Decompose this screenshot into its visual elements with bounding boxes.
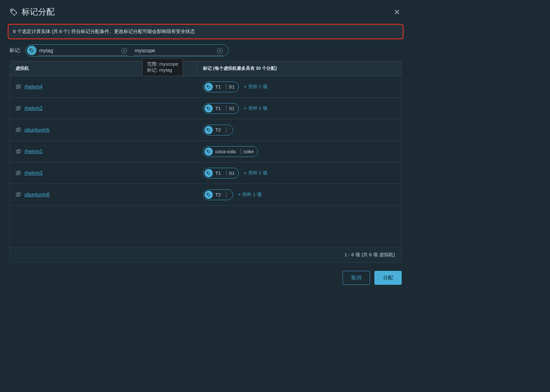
cell-tags: coca-cola coke <box>197 146 401 157</box>
svg-point-7 <box>207 107 208 108</box>
dialog-header: 标记分配 <box>0 0 411 21</box>
tag-chip-text: mytag <box>39 48 119 54</box>
dialog-title-wrap: 标记分配 <box>10 6 55 17</box>
svg-rect-11 <box>16 150 19 153</box>
tag-input[interactable]: mytag myscope <box>25 44 229 56</box>
svg-rect-18 <box>17 193 20 195</box>
cell-tags: T1 S1 + 另外 1 项 <box>197 82 401 92</box>
cancel-button[interactable]: 取消 <box>343 271 370 285</box>
tag-chip-divider <box>226 192 226 198</box>
info-banner: 6 个选定计算实体 (共 6 个) 符合标记分配条件。更改标记分配可能会影响现有… <box>8 24 404 39</box>
tag-chip-a: coca-cola <box>215 149 238 154</box>
table-row: rhelvm1 coca-cola coke <box>10 141 401 162</box>
tag-chip[interactable]: coca-cola coke <box>203 146 258 157</box>
tag-icon <box>205 104 213 113</box>
tag-chip-a: T1 <box>215 84 224 89</box>
cell-vm: rhelvm4 <box>10 84 197 90</box>
tag-chip[interactable]: T2 <box>203 189 233 200</box>
cell-tags: T1 S1 + 另外 1 项 <box>197 103 401 114</box>
svg-point-0 <box>12 10 13 11</box>
tag-more-link[interactable]: + 另外 1 项 <box>244 105 268 111</box>
tag-icon <box>205 83 213 91</box>
tag-more-link[interactable]: + 另外 1 项 <box>244 84 268 90</box>
tag-icon <box>205 169 213 177</box>
svg-rect-15 <box>17 171 20 174</box>
svg-rect-2 <box>16 86 19 88</box>
tag-chip-a: T1 <box>215 106 224 111</box>
dialog-title: 标记分配 <box>22 6 55 17</box>
svg-rect-12 <box>17 149 20 152</box>
tooltip-tag: 标记: mytag <box>147 67 178 73</box>
vm-icon <box>16 84 21 90</box>
tag-chip[interactable]: T1 S1 <box>203 103 239 114</box>
svg-point-4 <box>207 86 208 86</box>
cell-tags: T2 + 另外 1 项 <box>197 189 401 200</box>
tag-input-label: 标记: <box>10 47 21 54</box>
cell-tags: T2 <box>197 125 401 135</box>
tag-chip-a: T2 <box>215 127 224 133</box>
tag-chip-b: S1 <box>229 170 237 176</box>
tag-chip-text: myscope <box>135 48 214 54</box>
svg-rect-5 <box>16 107 19 110</box>
vm-link[interactable]: rhelvm1 <box>24 149 43 154</box>
table-row: rhelvm4 T1 S1 + 另外 1 项 <box>10 76 401 98</box>
tag-chip-a: T1 <box>215 170 224 176</box>
tag-chip-divider <box>241 149 241 154</box>
tag-chip[interactable]: T2 <box>203 125 233 135</box>
svg-rect-17 <box>16 193 19 196</box>
svg-rect-14 <box>16 172 19 175</box>
tag-input-row: 标记: mytag myscope <box>0 44 411 61</box>
vm-link[interactable]: ubuntuvm6 <box>24 192 50 198</box>
table-header: 虚拟机 标记 (每个虚拟机最多具有 30 个分配) <box>10 61 401 76</box>
tag-chip-a: T2 <box>215 192 224 197</box>
svg-rect-3 <box>17 85 20 88</box>
vm-icon <box>16 127 21 133</box>
svg-point-16 <box>207 172 208 173</box>
vm-link[interactable]: rhelvm2 <box>24 106 43 111</box>
tag-chip-b: S1 <box>229 84 237 89</box>
table-row: rhelvm3 T1 S1 + 另外 1 项 <box>10 162 401 184</box>
tag-chip-myscope[interactable]: myscope <box>134 46 223 56</box>
vm-link[interactable]: rhelvm4 <box>24 84 43 90</box>
vm-link[interactable]: rhelvm3 <box>24 170 43 176</box>
svg-rect-6 <box>17 106 20 109</box>
tag-assign-dialog: 标记分配 6 个选定计算实体 (共 6 个) 符合标记分配条件。更改标记分配可能… <box>0 0 411 293</box>
tag-chip-b: coke <box>244 149 256 154</box>
close-icon[interactable] <box>392 7 402 17</box>
table-row: ubuntuvm5 T2 <box>10 119 401 141</box>
vm-icon <box>16 170 21 176</box>
cell-tags: T1 S1 + 另外 1 项 <box>197 168 401 179</box>
svg-point-13 <box>207 150 208 151</box>
vm-icon <box>16 106 21 111</box>
tag-icon <box>205 147 213 156</box>
tag-more-link[interactable]: + 另外 1 项 <box>244 170 268 176</box>
tag-chip-divider <box>226 170 226 176</box>
tag-chip-mytag[interactable]: mytag <box>38 46 128 56</box>
table-body: rhelvm4 T1 S1 + 另外 1 项 <box>10 76 401 247</box>
table-row: ubuntuvm6 T2 + 另外 1 项 <box>10 184 401 206</box>
svg-rect-8 <box>16 129 19 132</box>
tag-icon <box>205 126 213 134</box>
tag-chip[interactable]: T1 S1 <box>203 168 239 179</box>
tag-icon <box>205 191 213 199</box>
clear-icon[interactable] <box>121 48 127 54</box>
vm-link[interactable]: ubuntuvm5 <box>24 127 50 133</box>
tag-icon <box>27 46 37 55</box>
vm-icon <box>16 192 21 198</box>
clear-icon[interactable] <box>217 48 223 54</box>
header-tags: 标记 (每个虚拟机最多具有 30 个分配) <box>197 61 401 76</box>
tag-icon <box>10 8 18 16</box>
vm-table: 虚拟机 标记 (每个虚拟机最多具有 30 个分配) rhelvm4 <box>10 61 402 263</box>
svg-point-1 <box>30 49 31 50</box>
cell-vm: rhelvm2 <box>10 106 197 111</box>
tag-chip-divider <box>226 84 226 90</box>
cell-vm: ubuntuvm6 <box>10 192 197 198</box>
svg-rect-9 <box>17 128 20 131</box>
assign-button[interactable]: 分配 <box>374 271 402 285</box>
cell-vm: rhelvm3 <box>10 170 197 176</box>
tag-chip[interactable]: T1 S1 <box>203 82 239 92</box>
content-area: 虚拟机 标记 (每个虚拟机最多具有 30 个分配) rhelvm4 <box>0 61 411 263</box>
tag-chip-divider <box>226 127 226 133</box>
tag-chip-divider <box>226 106 226 111</box>
tag-more-link[interactable]: + 另外 1 项 <box>238 192 262 198</box>
